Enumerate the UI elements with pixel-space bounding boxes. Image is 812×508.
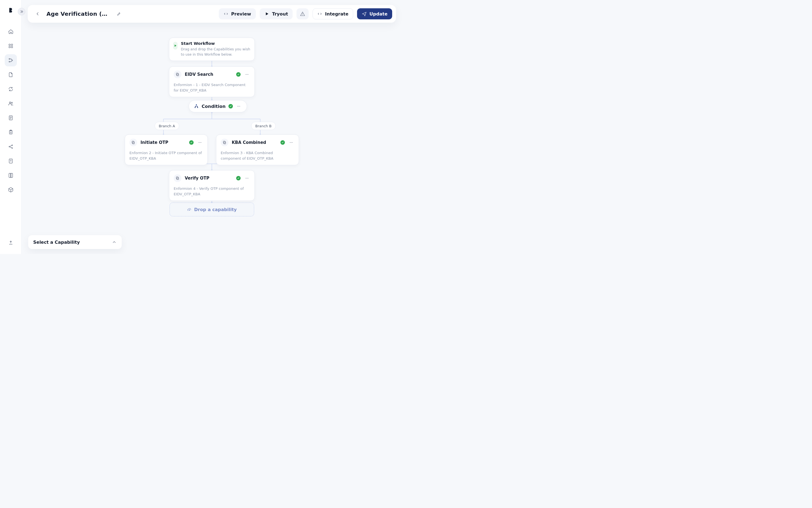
status-ok	[236, 176, 241, 180]
status-ok	[228, 104, 233, 109]
book-icon	[8, 173, 13, 178]
branch-a-label: Branch A	[159, 124, 175, 128]
pencil-icon	[117, 12, 121, 16]
workflow-flow: Start Workflow Drag and drop the Capabil…	[85, 38, 339, 231]
status-ok	[189, 140, 193, 145]
edit-title-button[interactable]	[115, 10, 123, 18]
svg-rect-52	[132, 141, 134, 143]
nav-clipboard[interactable]	[5, 126, 17, 138]
drop-label: Drop a capability	[194, 207, 237, 212]
svg-point-48	[237, 106, 238, 107]
tryout-button[interactable]: Tryout	[260, 8, 293, 19]
nav-packages[interactable]	[5, 184, 17, 196]
drop-zone[interactable]: Drop a capability	[170, 203, 254, 216]
initiate-title: Initiate OTP	[140, 140, 168, 145]
node-menu[interactable]	[244, 71, 250, 78]
svg-rect-0	[9, 44, 10, 45]
verify-subtitle: Enformion 4 - Verify OTP component of EI…	[169, 186, 255, 201]
clipboard-icon	[8, 129, 13, 135]
chevron-left-icon	[35, 11, 40, 16]
svg-rect-3	[11, 46, 12, 48]
integrate-button[interactable]: Integrate	[313, 8, 353, 19]
eidv-subtitle: Enformion - 1 - EIDV Search Component fo…	[169, 82, 255, 97]
svg-rect-41	[176, 73, 178, 75]
kba-subtitle: Enformion 3 - KBA Combined component of …	[216, 150, 299, 165]
dots-icon	[245, 72, 249, 77]
nav-connections[interactable]	[5, 140, 17, 153]
copy-icon	[175, 176, 180, 180]
svg-point-47	[197, 107, 198, 108]
node-start[interactable]: Start Workflow Drag and drop the Capabil…	[169, 38, 255, 61]
svg-point-50	[239, 106, 240, 107]
workflow-connectors	[85, 38, 168, 79]
nav-apps[interactable]	[5, 40, 17, 52]
node-menu[interactable]	[197, 139, 203, 145]
sidebar-collapse-toggle[interactable]	[18, 8, 26, 15]
kba-title: KBA Combined	[232, 140, 266, 145]
condition-label: Condition	[201, 104, 226, 109]
svg-rect-61	[177, 177, 179, 179]
send-icon	[362, 11, 367, 16]
svg-point-65	[248, 178, 249, 178]
integrate-label: Integrate	[325, 11, 348, 16]
svg-point-55	[201, 142, 201, 143]
doc-icon	[8, 115, 13, 121]
code-icon	[223, 11, 228, 16]
svg-point-16	[303, 15, 303, 15]
page-icon	[8, 158, 13, 164]
nav-upload[interactable]	[5, 236, 17, 249]
warnings-button[interactable]	[297, 8, 309, 19]
capability-badge	[174, 71, 181, 78]
nav-library[interactable]	[5, 169, 17, 181]
svg-rect-56	[224, 142, 226, 144]
node-menu[interactable]	[288, 139, 294, 145]
node-condition[interactable]: Condition	[189, 100, 247, 112]
nav-docs[interactable]	[5, 69, 17, 81]
preview-button[interactable]: Preview	[219, 8, 256, 19]
node-verify-otp[interactable]: Verify OTP Enformion 4 - Verify OTP comp…	[169, 170, 255, 201]
svg-point-59	[291, 142, 291, 143]
svg-rect-51	[132, 142, 134, 144]
sidebar-nav-bottom	[5, 236, 17, 249]
svg-rect-62	[176, 177, 178, 179]
dots-icon	[245, 176, 249, 180]
branch-chip-a[interactable]: Branch A	[154, 122, 179, 130]
svg-point-54	[200, 142, 200, 143]
svg-point-7	[9, 102, 11, 103]
nav-report[interactable]	[5, 112, 17, 124]
node-menu[interactable]	[236, 103, 242, 109]
branch-chip-b[interactable]: Branch B	[251, 122, 276, 130]
status-ok	[280, 140, 285, 145]
dots-icon	[236, 104, 241, 109]
status-ok	[236, 72, 241, 77]
capability-badge	[221, 139, 228, 146]
svg-point-58	[290, 142, 290, 143]
start-desc: Drag and drop the Capabilities you wish …	[181, 47, 251, 57]
select-capability-panel[interactable]: Select a Capability	[28, 235, 122, 249]
nav-people[interactable]	[5, 97, 17, 110]
node-eidv-search[interactable]: EIDV Search Enformion - 1 - EIDV Search …	[169, 67, 255, 97]
file-icon	[8, 72, 13, 78]
update-button[interactable]: Update	[357, 8, 392, 19]
chevron-up-icon	[112, 240, 117, 245]
nav-pages[interactable]	[5, 155, 17, 167]
node-menu[interactable]	[244, 175, 250, 181]
svg-point-44	[248, 74, 249, 75]
svg-point-49	[238, 106, 239, 107]
branch-b-label: Branch B	[255, 124, 272, 128]
node-initiate-otp[interactable]: Initiate OTP Enformion 2 - Initiate OTP …	[125, 134, 208, 165]
branch-icon	[8, 57, 13, 63]
cloud-download-icon	[187, 207, 192, 212]
code-icon	[317, 11, 322, 16]
svg-point-4	[9, 58, 10, 59]
nav-workflows[interactable]	[5, 54, 17, 67]
play-badge	[173, 42, 178, 49]
play-icon	[173, 43, 178, 48]
back-button[interactable]	[33, 9, 43, 19]
workflow-canvas[interactable]: Start Workflow Drag and drop the Capabil…	[28, 31, 396, 247]
nav-sync[interactable]	[5, 83, 17, 95]
node-kba-combined[interactable]: KBA Combined Enformion 3 - KBA Combined …	[216, 134, 299, 165]
home-icon	[8, 29, 13, 34]
svg-point-60	[292, 142, 292, 143]
nav-home[interactable]	[5, 26, 17, 38]
